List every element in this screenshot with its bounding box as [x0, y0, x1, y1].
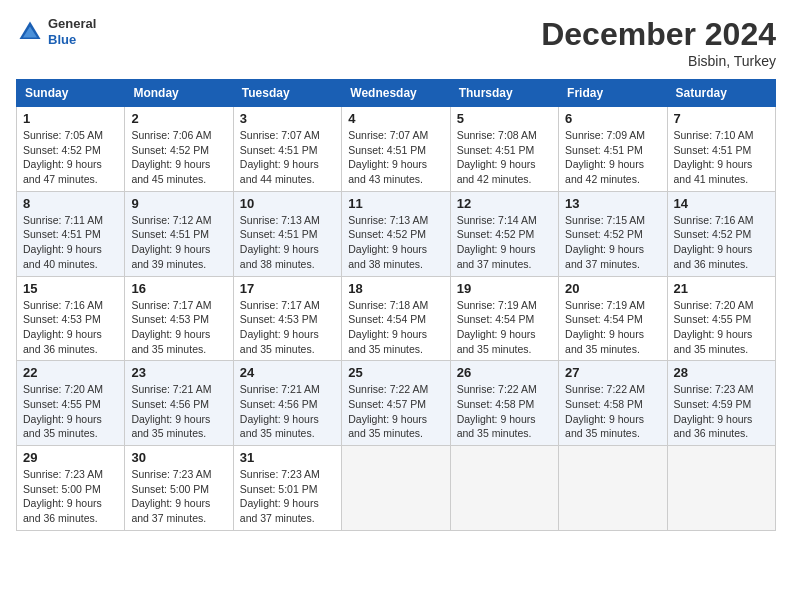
day-num: 29 — [23, 450, 118, 465]
day-info: Sunrise: 7:20 AMSunset: 4:55 PMDaylight:… — [23, 382, 118, 441]
day-num: 25 — [348, 365, 443, 380]
col-wednesday: Wednesday — [342, 80, 450, 107]
day-num: 17 — [240, 281, 335, 296]
day-info: Sunrise: 7:06 AMSunset: 4:52 PMDaylight:… — [131, 128, 226, 187]
day-info: Sunrise: 7:22 AMSunset: 4:58 PMDaylight:… — [457, 382, 552, 441]
day-num: 1 — [23, 111, 118, 126]
col-tuesday: Tuesday — [233, 80, 341, 107]
day-info: Sunrise: 7:17 AMSunset: 4:53 PMDaylight:… — [131, 298, 226, 357]
day-num: 2 — [131, 111, 226, 126]
page-header: General Blue December 2024 Bisbin, Turke… — [16, 16, 776, 69]
day-info: Sunrise: 7:18 AMSunset: 4:54 PMDaylight:… — [348, 298, 443, 357]
day-num: 28 — [674, 365, 769, 380]
day-num: 26 — [457, 365, 552, 380]
col-friday: Friday — [559, 80, 667, 107]
day-num: 11 — [348, 196, 443, 211]
calendar: Sunday Monday Tuesday Wednesday Thursday… — [16, 79, 776, 531]
day-num: 27 — [565, 365, 660, 380]
day-info: Sunrise: 7:23 AMSunset: 4:59 PMDaylight:… — [674, 382, 769, 441]
day-num: 21 — [674, 281, 769, 296]
day-info: Sunrise: 7:23 AMSunset: 5:00 PMDaylight:… — [131, 467, 226, 526]
day-info: Sunrise: 7:13 AMSunset: 4:51 PMDaylight:… — [240, 213, 335, 272]
month-title: December 2024 — [541, 16, 776, 53]
day-info: Sunrise: 7:11 AMSunset: 4:51 PMDaylight:… — [23, 213, 118, 272]
day-num: 23 — [131, 365, 226, 380]
day-num: 5 — [457, 111, 552, 126]
day-num: 7 — [674, 111, 769, 126]
day-num: 18 — [348, 281, 443, 296]
day-num: 8 — [23, 196, 118, 211]
day-info: Sunrise: 7:10 AMSunset: 4:51 PMDaylight:… — [674, 128, 769, 187]
day-info: Sunrise: 7:13 AMSunset: 4:52 PMDaylight:… — [348, 213, 443, 272]
col-saturday: Saturday — [667, 80, 775, 107]
day-num: 12 — [457, 196, 552, 211]
day-num: 24 — [240, 365, 335, 380]
day-info: Sunrise: 7:14 AMSunset: 4:52 PMDaylight:… — [457, 213, 552, 272]
logo: General Blue — [16, 16, 96, 47]
day-num: 16 — [131, 281, 226, 296]
day-num: 15 — [23, 281, 118, 296]
day-info: Sunrise: 7:07 AMSunset: 4:51 PMDaylight:… — [348, 128, 443, 187]
day-info: Sunrise: 7:15 AMSunset: 4:52 PMDaylight:… — [565, 213, 660, 272]
day-num: 4 — [348, 111, 443, 126]
day-num: 10 — [240, 196, 335, 211]
col-thursday: Thursday — [450, 80, 558, 107]
day-info: Sunrise: 7:20 AMSunset: 4:55 PMDaylight:… — [674, 298, 769, 357]
day-info: Sunrise: 7:16 AMSunset: 4:52 PMDaylight:… — [674, 213, 769, 272]
day-info: Sunrise: 7:21 AMSunset: 4:56 PMDaylight:… — [131, 382, 226, 441]
day-num: 6 — [565, 111, 660, 126]
day-num: 31 — [240, 450, 335, 465]
logo-general: General — [48, 16, 96, 32]
col-monday: Monday — [125, 80, 233, 107]
day-num: 30 — [131, 450, 226, 465]
logo-blue: Blue — [48, 32, 96, 48]
day-info: Sunrise: 7:17 AMSunset: 4:53 PMDaylight:… — [240, 298, 335, 357]
day-info: Sunrise: 7:19 AMSunset: 4:54 PMDaylight:… — [565, 298, 660, 357]
col-sunday: Sunday — [17, 80, 125, 107]
title-block: December 2024 Bisbin, Turkey — [541, 16, 776, 69]
day-info: Sunrise: 7:12 AMSunset: 4:51 PMDaylight:… — [131, 213, 226, 272]
day-info: Sunrise: 7:21 AMSunset: 4:56 PMDaylight:… — [240, 382, 335, 441]
day-num: 19 — [457, 281, 552, 296]
day-info: Sunrise: 7:05 AMSunset: 4:52 PMDaylight:… — [23, 128, 118, 187]
day-info: Sunrise: 7:22 AMSunset: 4:57 PMDaylight:… — [348, 382, 443, 441]
logo-text: General Blue — [48, 16, 96, 47]
day-info: Sunrise: 7:23 AMSunset: 5:01 PMDaylight:… — [240, 467, 335, 526]
location: Bisbin, Turkey — [541, 53, 776, 69]
day-info: Sunrise: 7:23 AMSunset: 5:00 PMDaylight:… — [23, 467, 118, 526]
day-num: 22 — [23, 365, 118, 380]
calendar-header-row: Sunday Monday Tuesday Wednesday Thursday… — [17, 80, 776, 107]
day-num: 9 — [131, 196, 226, 211]
day-info: Sunrise: 7:09 AMSunset: 4:51 PMDaylight:… — [565, 128, 660, 187]
day-info: Sunrise: 7:19 AMSunset: 4:54 PMDaylight:… — [457, 298, 552, 357]
day-num: 20 — [565, 281, 660, 296]
day-info: Sunrise: 7:07 AMSunset: 4:51 PMDaylight:… — [240, 128, 335, 187]
day-num: 3 — [240, 111, 335, 126]
day-num: 13 — [565, 196, 660, 211]
day-info: Sunrise: 7:16 AMSunset: 4:53 PMDaylight:… — [23, 298, 118, 357]
day-info: Sunrise: 7:22 AMSunset: 4:58 PMDaylight:… — [565, 382, 660, 441]
day-num: 14 — [674, 196, 769, 211]
logo-icon — [16, 18, 44, 46]
day-info: Sunrise: 7:08 AMSunset: 4:51 PMDaylight:… — [457, 128, 552, 187]
